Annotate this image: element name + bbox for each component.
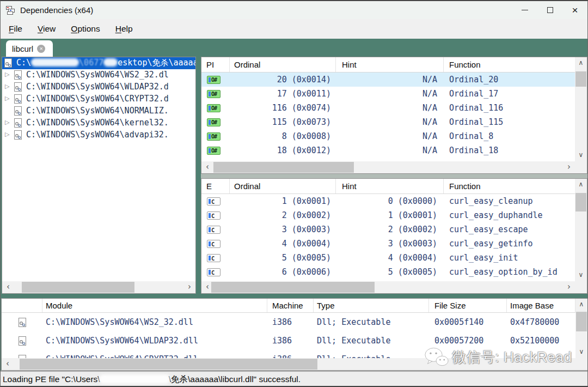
hint-cell: N/A [336, 146, 444, 155]
ordinal-cell: 1 (0x0001) [230, 196, 336, 206]
tab-label: libcurl [12, 44, 33, 53]
title-bar: Dependencies (x64) × [1, 1, 587, 19]
column-header-hint[interactable]: Hint [336, 57, 444, 72]
export-row[interactable]: C 1 (0x0001) 0 (0x0000) curl_easy_cleanu… [201, 194, 575, 208]
exports-header-row: E Ordinal Hint Function [201, 179, 575, 194]
function-cell: curl_easy_cleanup [444, 196, 575, 206]
menu-item-options[interactable]: Options [63, 19, 107, 39]
scrollbar-thumb[interactable] [20, 359, 317, 370]
scroll-up-icon[interactable]: ∧ [575, 57, 587, 69]
scroll-down-icon[interactable]: ∨ [575, 149, 587, 161]
expand-arrow-icon[interactable]: ▷ [5, 95, 9, 102]
export-row[interactable]: C 2 (0x0002) 1 (0x0001) curl_easy_duphan… [201, 208, 575, 222]
column-header-ordinal[interactable]: Ordinal [230, 179, 336, 194]
imports-vertical-scrollbar[interactable]: ∧ ∨ [575, 57, 587, 161]
column-header-image-base[interactable]: Image Base [507, 299, 575, 312]
scroll-down-icon[interactable]: ∨ [575, 346, 587, 358]
exports-horizontal-scrollbar[interactable]: ‹ › [201, 281, 575, 293]
type-cell: Dll; Executable [314, 317, 429, 327]
scrollbar-thumb[interactable] [575, 193, 586, 211]
menu-item-file[interactable]: File [1, 19, 30, 39]
column-header-type[interactable]: Type [314, 299, 429, 312]
minimize-button[interactable] [512, 1, 537, 19]
scroll-left-icon[interactable]: ‹ [2, 358, 14, 370]
column-header-hint[interactable]: Hint [336, 179, 444, 194]
expand-arrow-icon[interactable]: ▷ [5, 71, 9, 78]
panel-splitter[interactable] [201, 174, 587, 178]
export-row[interactable]: C 3 (0x0003) 2 (0x0002) curl_easy_escape [201, 222, 575, 237]
dll-file-icon [19, 318, 26, 327]
close-button[interactable]: × [562, 1, 587, 19]
tree-item-crypt32[interactable]: ▷ C:\WINDOWS\SysWOW64\CRYPT32.d [2, 93, 195, 105]
tab-libcurl[interactable]: libcurl × [6, 40, 53, 57]
ordinal-cell: 116 (0x0074) [230, 103, 336, 113]
column-header-machine[interactable]: Machine [267, 299, 314, 312]
tree-item-ws2_32[interactable]: ▷ C:\WINDOWS\SysWOW64\WS2_32.dl [2, 69, 195, 81]
module-row[interactable]: C:\WINDOWS\SysWOW64\WLDAP32.dll i386 Dll… [2, 331, 575, 350]
module-row[interactable]: C:\WINDOWS\SysWOW64\WS2_32.dll i386 Dll;… [2, 313, 575, 331]
hint-cell: N/A [336, 103, 444, 113]
modules-vertical-scrollbar[interactable]: ∧ ∨ [575, 299, 587, 358]
scroll-left-icon[interactable]: ‹ [201, 161, 213, 173]
dll-file-icon [19, 336, 26, 346]
tree-item-wldap32[interactable]: ▷ C:\WINDOWS\SysWOW64\WLDAP32.d [2, 81, 195, 93]
scroll-left-icon[interactable]: ‹ [2, 281, 14, 293]
tree-item-kernel32[interactable]: ▷ C:\WINDOWS\SysWOW64\kernel32. [2, 117, 195, 129]
expand-arrow-icon[interactable]: ▷ [5, 131, 9, 138]
modules-horizontal-scrollbar[interactable]: ‹ [2, 358, 575, 370]
function-cell: curl_easy_option_by_id [444, 267, 575, 277]
column-header-e[interactable]: E [201, 179, 230, 194]
scrollbar-corner [575, 161, 587, 173]
scroll-right-icon[interactable]: › [183, 281, 195, 293]
column-header-file-size[interactable]: File Size [429, 299, 507, 312]
column-header-pi[interactable]: PI [201, 57, 230, 72]
expand-arrow-icon[interactable]: ▷ [5, 83, 9, 90]
import-row[interactable]: O# 116 (0x0074) N/A Ordinal_116 [201, 101, 575, 115]
tab-close-icon[interactable]: × [37, 45, 45, 53]
scroll-right-icon[interactable]: › [563, 161, 575, 173]
column-header-ordinal[interactable]: Ordinal [230, 57, 336, 72]
export-row[interactable]: C 4 (0x0004) 3 (0x0003) curl_easy_getinf… [201, 237, 575, 251]
column-header-function[interactable]: Function [444, 179, 575, 194]
imports-horizontal-scrollbar[interactable]: ‹ › [201, 161, 575, 173]
hint-cell: N/A [336, 75, 444, 84]
dll-file-icon [14, 106, 22, 116]
column-header-icon[interactable] [2, 299, 42, 312]
ordinal-cell: 18 (0x0012) [230, 146, 336, 155]
scrollbar-corner [575, 281, 587, 293]
expand-arrow-icon[interactable]: ▷ [5, 119, 9, 126]
import-row[interactable]: O# 17 (0x0011) N/A Ordinal_17 [201, 87, 575, 101]
import-row[interactable]: O# 8 (0x0008) N/A Ordinal_8 [201, 129, 575, 143]
export-row[interactable]: C 5 (0x0005) 4 (0x0004) curl_easy_init [201, 251, 575, 265]
scroll-up-icon[interactable]: ∧ [575, 299, 587, 311]
scrollbar-thumb[interactable] [211, 282, 375, 293]
scroll-down-icon[interactable]: ∨ [575, 269, 587, 281]
maximize-button[interactable] [537, 1, 562, 19]
export-row[interactable]: C 6 (0x0006) 5 (0x0005) curl_easy_option… [201, 265, 575, 279]
redaction-blur [99, 374, 170, 384]
import-row[interactable]: O# 18 (0x0012) N/A Ordinal_18 [201, 143, 575, 158]
menu-item-help[interactable]: Help [108, 19, 140, 39]
hint-cell: N/A [336, 131, 444, 141]
import-row[interactable]: O# 115 (0x0073) N/A Ordinal_115 [201, 115, 575, 129]
scroll-up-icon[interactable]: ∧ [575, 179, 587, 191]
scrollbar-thumb[interactable] [575, 71, 586, 87]
exports-vertical-scrollbar[interactable]: ∧ ∨ [575, 179, 587, 281]
scrollbar-thumb[interactable] [576, 312, 587, 331]
scrollbar-thumb[interactable] [213, 162, 354, 173]
tree-item-advapi32[interactable]: ▷ C:\WINDOWS\SysWOW64\advapi32. [2, 129, 195, 141]
tree-item-normaliz[interactable]: C:\WINDOWS\SysWOW64\NORMALIZ. [2, 105, 195, 117]
dll-file-icon [14, 82, 22, 92]
dependency-tree-panel: C:\\0677esktop\免杀\aaaaa ▷ C:\WINDOWS\Sys… [2, 57, 196, 294]
import-row[interactable]: O# 20 (0x0014) N/A Ordinal_20 [201, 72, 575, 87]
scrollbar-thumb[interactable] [22, 282, 134, 293]
redaction-blur [31, 58, 79, 66]
column-header-module[interactable]: Module [42, 299, 267, 312]
column-header-function[interactable]: Function [444, 57, 575, 72]
window-title: Dependencies (x64) [20, 5, 93, 15]
file-size-cell: 0x0005f140 [429, 317, 507, 327]
tree-horizontal-scrollbar[interactable]: ‹ › [2, 281, 195, 293]
scroll-right-icon[interactable]: › [563, 281, 575, 293]
tree-item-root[interactable]: C:\\0677esktop\免杀\aaaaa [2, 57, 195, 69]
menu-item-view[interactable]: View [30, 19, 63, 39]
